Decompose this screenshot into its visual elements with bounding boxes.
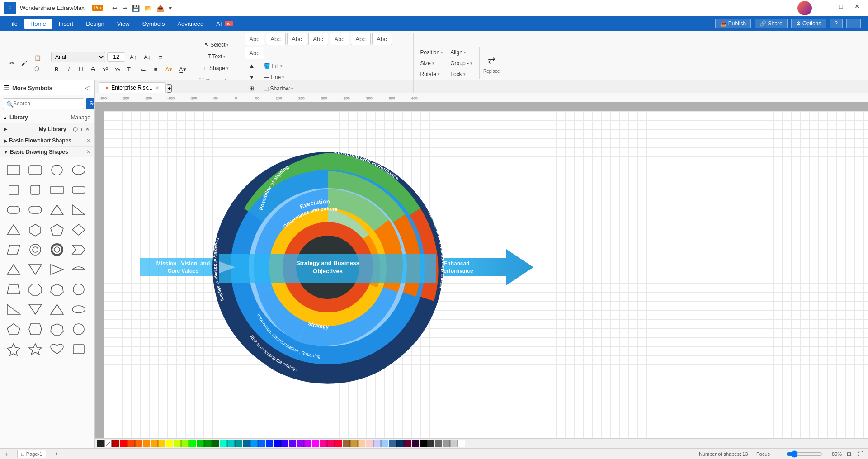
share-button[interactable]: 🔗 Share (755, 19, 787, 28)
color-swatch[interactable] (135, 440, 142, 447)
bold-button[interactable]: B (51, 64, 62, 75)
shape-right-triangle2[interactable] (47, 260, 67, 279)
white-color-swatch[interactable] (104, 440, 112, 447)
add-tab-button[interactable]: + (167, 84, 172, 93)
redo-button[interactable]: ↪ (120, 4, 129, 13)
list-button[interactable]: ≔ (137, 64, 149, 75)
more-button[interactable]: ▾ (167, 4, 174, 13)
shape-stadium[interactable] (4, 201, 24, 219)
text-direction-button[interactable]: T↕ (124, 64, 136, 75)
color-swatch[interactable] (458, 440, 465, 447)
style-box-1[interactable]: Abc (245, 33, 264, 45)
line-button[interactable]: — Line (260, 72, 296, 82)
no-color-swatch[interactable] (97, 440, 104, 447)
color-swatch[interactable] (166, 440, 173, 447)
color-swatch[interactable] (304, 440, 311, 447)
color-swatch[interactable] (266, 440, 273, 447)
color-swatch[interactable] (235, 440, 242, 447)
underline-button[interactable]: U (75, 64, 86, 75)
shape-half-oval[interactable] (69, 260, 89, 279)
my-library-add[interactable]: + (79, 126, 84, 132)
cut-button[interactable]: ✂ (6, 58, 17, 68)
color-swatch[interactable] (312, 440, 319, 447)
user-avatar[interactable] (797, 1, 812, 15)
superscript-button[interactable]: x² (100, 64, 111, 75)
shape-triangle6[interactable] (25, 300, 45, 318)
color-swatch[interactable] (435, 440, 442, 447)
search-button[interactable]: Search (86, 98, 95, 109)
tab-close-icon[interactable]: ✕ (156, 85, 159, 90)
color-swatch[interactable] (174, 440, 181, 447)
color-swatch[interactable] (427, 440, 434, 447)
zoom-slider[interactable] (786, 450, 822, 458)
undo-button[interactable]: ↩ (110, 4, 119, 13)
style-box-7[interactable]: Abc (372, 33, 392, 45)
shape-triangle3[interactable] (4, 260, 24, 279)
manage-button[interactable]: Manage (70, 114, 92, 121)
font-family-select[interactable]: Arial (51, 52, 105, 62)
shape-stadium2[interactable] (25, 201, 45, 219)
color-swatch[interactable] (335, 440, 342, 447)
shape-button[interactable]: □ Shape (202, 63, 232, 73)
color-swatch[interactable] (151, 440, 158, 447)
styles-scroll-down[interactable]: ▼ (246, 72, 258, 82)
shape-rectangle[interactable] (4, 161, 24, 179)
fill-button[interactable]: 🪣 Fill (260, 61, 296, 71)
decrease-font-button[interactable]: A↓ (141, 52, 153, 62)
flowchart-header[interactable]: ▶ Basic Flowchart Shapes ✕ (0, 135, 94, 146)
shape-pentagon2[interactable] (4, 320, 24, 338)
color-swatch[interactable] (189, 440, 196, 447)
shape-heart[interactable] (47, 340, 67, 358)
color-swatch[interactable] (350, 440, 358, 447)
color-swatch[interactable] (281, 440, 288, 447)
color-swatch[interactable] (366, 440, 373, 447)
shape-octagon[interactable] (25, 280, 45, 298)
maximize-button[interactable]: □ (834, 1, 848, 12)
shape-square-rounded[interactable] (25, 181, 45, 199)
color-swatch[interactable] (197, 440, 204, 447)
search-input[interactable] (3, 98, 84, 109)
shape-ring[interactable] (25, 241, 45, 259)
color-swatch[interactable] (389, 440, 396, 447)
shape-triangle5[interactable] (4, 300, 24, 318)
strikethrough-button[interactable]: S (88, 64, 99, 75)
color-swatch[interactable] (243, 440, 250, 447)
shape-trapezoid[interactable] (4, 280, 24, 298)
shape-rectangle2[interactable] (47, 181, 67, 199)
font-color-button[interactable]: A̲▾ (176, 64, 189, 75)
shape-circle3[interactable] (69, 320, 89, 338)
color-swatch[interactable] (181, 440, 189, 447)
close-button[interactable]: ✕ (850, 1, 864, 12)
copy-button[interactable]: ⬡ (31, 64, 44, 74)
add-page-button[interactable]: + (4, 450, 10, 458)
drawing-header[interactable]: ▼ Basic Drawing Shapes ✕ (0, 147, 94, 157)
shape-hexagon[interactable] (25, 221, 45, 239)
shape-oval2[interactable] (69, 300, 89, 318)
color-swatch[interactable] (396, 440, 404, 447)
canvas-wrapper[interactable]: Mission , Vision, and Core Values (95, 102, 868, 438)
more-options-button[interactable]: ··· (846, 19, 861, 28)
panel-collapse-button[interactable]: ◁ (84, 83, 91, 92)
lock-button[interactable]: Lock (447, 69, 476, 79)
shape-circle[interactable] (47, 161, 67, 179)
shape-square[interactable] (4, 181, 24, 199)
shape-oval[interactable] (69, 161, 89, 179)
shape-heptagon[interactable] (47, 280, 67, 298)
minimize-button[interactable]: — (817, 1, 832, 12)
paste-button[interactable]: 📋 (31, 53, 44, 63)
text-button[interactable]: T Text (204, 52, 229, 62)
options-button[interactable]: ⚙ Options (791, 19, 826, 28)
select-button[interactable]: ↖ Select (201, 40, 232, 50)
color-swatch[interactable] (143, 440, 150, 447)
color-swatch[interactable] (127, 440, 135, 447)
my-library-close[interactable]: ✕ (84, 126, 91, 132)
color-swatch[interactable] (381, 440, 388, 447)
my-library-export[interactable]: ⬡ (72, 126, 79, 132)
shape-rectangle-rounded[interactable] (25, 161, 45, 179)
shape-triangle2[interactable] (4, 221, 24, 239)
menu-home[interactable]: Home (24, 19, 52, 29)
color-swatch[interactable] (443, 440, 450, 447)
color-swatch[interactable] (227, 440, 235, 447)
flowchart-close[interactable]: ✕ (86, 137, 91, 144)
color-swatch[interactable] (320, 440, 327, 447)
